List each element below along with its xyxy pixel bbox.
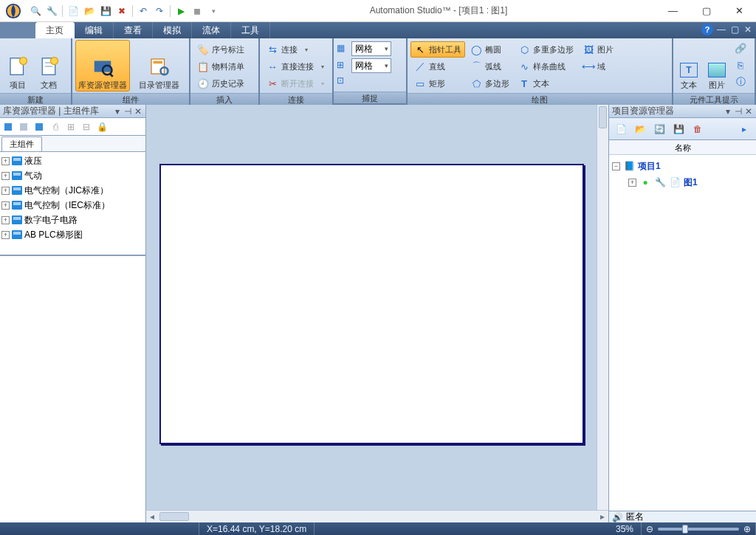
lib-btn-6[interactable]: ⊟ bbox=[80, 121, 92, 133]
multipoly-tool-button[interactable]: ⬡多重多边形 bbox=[515, 41, 577, 58]
lib-lock-icon[interactable]: 🔒 bbox=[96, 121, 108, 133]
vertical-scrollbar[interactable] bbox=[597, 105, 608, 510]
tab-fluid[interactable]: 流体 bbox=[192, 22, 231, 38]
scroll-left-icon[interactable]: ◂ bbox=[146, 511, 158, 522]
qat-close-icon[interactable]: ✖ bbox=[114, 4, 129, 18]
project-tree-root[interactable]: − 📘 项目1 bbox=[612, 158, 753, 174]
pane-options-icon[interactable]: ▾ bbox=[724, 106, 732, 117]
expand-icon[interactable]: + bbox=[1, 231, 10, 239]
hint-info-button[interactable]: ⓘ bbox=[732, 74, 749, 90]
lib-btn-3[interactable] bbox=[34, 121, 46, 133]
pane-pin-icon[interactable]: ⊣ bbox=[734, 106, 743, 117]
tab-home[interactable]: 主页 bbox=[35, 22, 75, 38]
library-tree[interactable]: +液压 +气动 +电气控制（JIC标准） +电气控制（IEC标准） +数字电子电… bbox=[0, 152, 145, 255]
proj-delete-icon[interactable]: 🗑 bbox=[689, 120, 707, 138]
list-icon: 📋 bbox=[197, 61, 209, 72]
maximize-button[interactable]: ▢ bbox=[690, 0, 723, 22]
help-icon[interactable]: ? bbox=[701, 24, 713, 35]
drawing-page[interactable] bbox=[159, 164, 584, 444]
qat-open-icon[interactable]: 📂 bbox=[82, 4, 97, 18]
rect-tool-button[interactable]: ▭矩形 bbox=[410, 75, 465, 92]
text-tool-button[interactable]: T文本 bbox=[515, 75, 577, 92]
zoom-slider[interactable] bbox=[658, 528, 739, 531]
new-project-button[interactable]: 项目 bbox=[3, 40, 32, 92]
expand-icon[interactable]: + bbox=[1, 216, 10, 224]
snap-point-icon[interactable]: ⊞ bbox=[337, 60, 348, 72]
snap-grid-icon[interactable]: ▦ bbox=[337, 43, 348, 55]
speaker-icon[interactable]: 🔊 bbox=[612, 512, 623, 522]
spline-tool-button[interactable]: ∿样条曲线 bbox=[515, 58, 577, 75]
horizontal-scrollbar[interactable]: ◂ ▸ bbox=[146, 510, 608, 522]
pointer-tool-button[interactable]: ↖指针工具 bbox=[410, 41, 465, 58]
lib-btn-2[interactable] bbox=[18, 121, 30, 133]
snap-obj-icon[interactable]: ⊡ bbox=[337, 75, 348, 87]
qat-stop-icon[interactable]: ◼ bbox=[190, 4, 205, 18]
pane-pin-icon[interactable]: ⊣ bbox=[123, 106, 132, 117]
canvas-area[interactable]: ◂ ▸ bbox=[146, 105, 608, 522]
qat-new-icon[interactable]: 📄 bbox=[66, 4, 80, 18]
right-col-header: 名称 bbox=[609, 140, 756, 155]
catalog-manager-button[interactable]: 目录管理器 bbox=[131, 40, 186, 92]
qat-gear-icon[interactable]: 🔧 bbox=[44, 4, 59, 18]
lib-btn-5[interactable]: ⊞ bbox=[65, 121, 77, 133]
disconnect-button[interactable]: ✂断开连接▾ bbox=[263, 75, 332, 92]
close-button[interactable]: ✕ bbox=[723, 0, 756, 22]
ellipse-tool-button[interactable]: ◯椭圆 bbox=[467, 41, 513, 58]
expand-icon[interactable]: + bbox=[628, 179, 636, 187]
hint-image-button[interactable]: 图片 bbox=[704, 40, 729, 92]
qat-save-icon[interactable]: 💾 bbox=[98, 4, 113, 18]
direct-connect-button[interactable]: ↔直接连接▾ bbox=[263, 58, 332, 75]
proj-save-icon[interactable]: 💾 bbox=[670, 120, 687, 138]
mdi-restore-icon[interactable]: ▢ bbox=[729, 24, 740, 35]
tab-view[interactable]: 查看 bbox=[114, 22, 153, 38]
mdi-close-icon[interactable]: ✕ bbox=[743, 24, 753, 35]
insert-bom-button[interactable]: 📋物料清单 bbox=[193, 58, 248, 75]
hint-link-button[interactable]: 🔗 bbox=[732, 40, 749, 56]
proj-open-icon[interactable]: 📂 bbox=[631, 120, 649, 138]
left-tab-main[interactable]: 主组件 bbox=[1, 137, 42, 151]
project-tree-doc[interactable]: + ● 🔧 📄 图1 bbox=[612, 174, 753, 190]
app-logo[interactable] bbox=[3, 1, 24, 21]
library-manager-button[interactable]: 库资源管理器 bbox=[75, 40, 130, 92]
qat-search-icon[interactable]: 🔍 bbox=[28, 4, 43, 18]
tab-simulation[interactable]: 模拟 bbox=[153, 22, 192, 38]
proj-more-icon[interactable]: ▸ bbox=[735, 120, 753, 138]
lib-btn-1[interactable] bbox=[3, 121, 15, 133]
qat-undo-icon[interactable]: ↶ bbox=[136, 4, 151, 18]
mdi-minimize-icon[interactable]: — bbox=[716, 24, 726, 35]
tab-edit[interactable]: 编辑 bbox=[75, 22, 114, 38]
proj-new-icon[interactable]: 📄 bbox=[612, 120, 630, 138]
scroll-right-icon[interactable]: ▸ bbox=[597, 511, 608, 522]
qat-redo-icon[interactable]: ↷ bbox=[152, 4, 167, 18]
zoom-out-icon[interactable]: ⊖ bbox=[646, 524, 653, 534]
hint-text-button[interactable]: T 文本 bbox=[676, 40, 701, 92]
arc-tool-button[interactable]: ⌒弧线 bbox=[467, 58, 513, 75]
insert-balloon-button[interactable]: 🏷️序号标注 bbox=[193, 41, 248, 58]
polygon-tool-button[interactable]: ⬠多边形 bbox=[467, 75, 513, 92]
lib-btn-4[interactable]: ⎙ bbox=[49, 121, 61, 133]
new-document-button[interactable]: 文档 bbox=[34, 40, 63, 92]
pane-close-icon[interactable]: ✕ bbox=[744, 106, 753, 117]
hint-attach-button[interactable]: ⎘ bbox=[732, 57, 749, 73]
expand-icon[interactable]: + bbox=[1, 157, 10, 165]
image-tool-button[interactable]: 🖼图片 bbox=[579, 41, 617, 58]
expand-icon[interactable]: + bbox=[1, 201, 10, 210]
qat-more-icon[interactable]: ▾ bbox=[206, 4, 221, 18]
proj-refresh-icon[interactable]: 🔄 bbox=[650, 120, 668, 138]
expand-icon[interactable]: + bbox=[1, 187, 10, 195]
field-tool-button[interactable]: ⟷域 bbox=[579, 58, 617, 75]
pane-close-icon[interactable]: ✕ bbox=[134, 106, 142, 117]
expand-icon[interactable]: + bbox=[1, 172, 10, 180]
pane-options-icon[interactable]: ▾ bbox=[113, 106, 122, 117]
tab-tools[interactable]: 工具 bbox=[231, 22, 270, 38]
insert-history-button[interactable]: 🕘历史记录 bbox=[193, 75, 248, 92]
connect-button[interactable]: ⇆连接▾ bbox=[263, 41, 332, 58]
collapse-icon[interactable]: − bbox=[612, 162, 620, 170]
file-tab[interactable] bbox=[0, 22, 35, 38]
minimize-button[interactable]: — bbox=[656, 0, 690, 22]
zoom-in-icon[interactable]: ⊕ bbox=[743, 524, 751, 534]
line-tool-button[interactable]: ／直线 bbox=[410, 58, 465, 75]
qat-run-icon[interactable]: ▶ bbox=[173, 4, 188, 18]
snap-combo-1[interactable]: 网格 bbox=[351, 41, 391, 56]
snap-combo-2[interactable]: 网格 bbox=[351, 58, 391, 73]
